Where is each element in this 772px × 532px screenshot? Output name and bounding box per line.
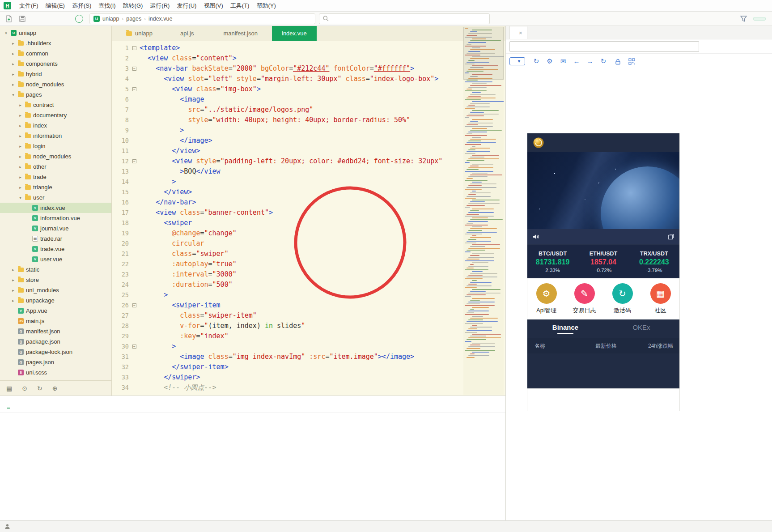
filter-icon[interactable] bbox=[740, 16, 747, 22]
editor-tab[interactable]: manifest.json bbox=[221, 26, 259, 41]
fold-marker[interactable]: − bbox=[132, 64, 140, 74]
tree-item[interactable]: ▸hybrid bbox=[0, 69, 111, 79]
hbuilderx-logo: H bbox=[4, 2, 11, 9]
tree-item[interactable]: ▸index bbox=[0, 120, 111, 131]
tree-item[interactable]: VApp.vue bbox=[0, 306, 111, 316]
fold-marker[interactable]: − bbox=[132, 300, 140, 311]
qrcode-icon[interactable] bbox=[628, 58, 635, 65]
breadcrumb-item[interactable]: uniapp bbox=[102, 16, 119, 22]
tree-item[interactable]: ▸static bbox=[0, 264, 111, 275]
tree-item[interactable]: Vtrade.vue bbox=[0, 244, 111, 254]
tree-item[interactable]: Vjournal.vue bbox=[0, 223, 111, 234]
tree-item[interactable]: ▸node_modules bbox=[0, 151, 111, 162]
banner-image[interactable] bbox=[527, 152, 679, 229]
menu-item[interactable]: 帮助(Y) bbox=[253, 0, 279, 11]
tree-item[interactable]: ▸unpackage bbox=[0, 295, 111, 306]
close-button[interactable] bbox=[757, 0, 772, 12]
fold-marker[interactable]: − bbox=[132, 156, 140, 166]
menu-item[interactable]: 发行(U) bbox=[173, 0, 200, 11]
tree-item[interactable]: {}package.json bbox=[0, 336, 111, 347]
editor-tab[interactable]: index.vue bbox=[272, 26, 317, 41]
save-icon[interactable] bbox=[19, 15, 26, 22]
exchange-tab[interactable]: Binance bbox=[527, 319, 603, 338]
tree-item[interactable]: ▸store bbox=[0, 275, 111, 285]
tree-item[interactable]: ▸trade bbox=[0, 172, 111, 182]
tree-item[interactable]: {}manifest.json bbox=[0, 326, 111, 336]
breadcrumb-item[interactable]: index.vue bbox=[148, 16, 173, 22]
send-icon[interactable]: ✉ bbox=[559, 57, 567, 65]
forward-icon[interactable]: → bbox=[586, 57, 594, 65]
tree-item[interactable]: ▸contract bbox=[0, 100, 111, 110]
maximize-button[interactable] bbox=[742, 0, 757, 12]
tree-item[interactable]: ▾user bbox=[0, 192, 111, 203]
menu-item[interactable]: 运行(R) bbox=[146, 0, 173, 11]
preview-button[interactable] bbox=[753, 17, 766, 21]
console-tab[interactable] bbox=[7, 400, 10, 409]
tree-item[interactable]: Vuser.vue bbox=[0, 254, 111, 264]
tab-close-icon[interactable]: × bbox=[519, 30, 522, 36]
tree-item[interactable]: ▾Uuniapp bbox=[0, 28, 111, 38]
menu-item[interactable]: 查找(I) bbox=[95, 0, 119, 11]
tree-item[interactable]: Suni.scss bbox=[0, 367, 111, 378]
tree-item[interactable]: ▸node_modules bbox=[0, 79, 111, 89]
ticker-item[interactable]: BTC/USDT81731.8192.33% bbox=[527, 245, 578, 278]
tree-item[interactable]: {}package-lock.json bbox=[0, 347, 111, 357]
menu-item[interactable]: 跳转(G) bbox=[119, 0, 147, 11]
exchange-tab[interactable]: OKEx bbox=[603, 319, 679, 338]
ticker-item[interactable]: ETH/USDT1857.04-0.72% bbox=[578, 245, 628, 278]
tree-item[interactable]: ▸components bbox=[0, 59, 111, 69]
code-editor[interactable]: 1−<template>2 <view class="content">3− <… bbox=[112, 42, 505, 396]
explorer-icon[interactable]: ▤ bbox=[6, 385, 12, 392]
tree-item[interactable]: {}pages.json bbox=[0, 357, 111, 367]
tree-item[interactable]: JSmain.js bbox=[0, 316, 111, 326]
tree-item[interactable]: ▸common bbox=[0, 48, 111, 59]
back-icon[interactable]: ← bbox=[573, 57, 581, 65]
ticker-item[interactable]: TRX/USDT0.222243-3.79% bbox=[629, 245, 679, 278]
browser-tab[interactable]: × bbox=[509, 26, 527, 39]
tree-item[interactable]: ▸information bbox=[0, 131, 111, 141]
tree-item[interactable]: ▸uni_modules bbox=[0, 285, 111, 295]
refresh-icon[interactable]: ↻ bbox=[599, 57, 607, 65]
tree-item[interactable]: ▸.hbuilderx bbox=[0, 38, 111, 48]
editor-tab[interactable]: api.js bbox=[178, 26, 195, 41]
minimap-viewport[interactable] bbox=[463, 27, 504, 80]
minimize-button[interactable] bbox=[726, 0, 742, 12]
tree-item[interactable]: Vindex.vue bbox=[0, 203, 111, 213]
menu-item[interactable]: 视图(V) bbox=[200, 0, 226, 11]
search-input[interactable] bbox=[319, 13, 490, 24]
menu-item[interactable]: 文件(F) bbox=[16, 0, 42, 11]
quick-link-item[interactable]: ▦社区 bbox=[641, 283, 679, 315]
menu-item[interactable]: 编辑(E) bbox=[42, 0, 68, 11]
notice-more-icon[interactable] bbox=[668, 234, 674, 240]
debug-icon[interactable]: ⊙ bbox=[22, 385, 27, 392]
breadcrumb-item[interactable]: pages bbox=[126, 16, 141, 22]
new-file-icon[interactable] bbox=[5, 15, 13, 22]
sync-icon[interactable]: ↻ bbox=[37, 385, 42, 392]
fold-marker[interactable]: − bbox=[132, 43, 140, 53]
notice-bar[interactable] bbox=[527, 229, 679, 244]
plugin-icon[interactable]: ⊕ bbox=[52, 385, 58, 392]
minimap[interactable] bbox=[463, 27, 504, 395]
fold-marker[interactable]: − bbox=[132, 341, 140, 352]
rotate-device-icon[interactable]: ↻ bbox=[532, 57, 540, 65]
editor-project-selector[interactable]: uniapp bbox=[126, 30, 153, 37]
run-icon[interactable] bbox=[75, 15, 83, 23]
url-input[interactable] bbox=[509, 41, 699, 52]
lock-icon[interactable] bbox=[615, 58, 621, 65]
settings-icon[interactable]: ⚙ bbox=[546, 57, 554, 65]
quick-link-item[interactable]: ⚙Api管理 bbox=[527, 283, 565, 315]
fold-marker[interactable]: − bbox=[132, 84, 140, 94]
tree-item[interactable]: Vinformation.vue bbox=[0, 213, 111, 223]
menu-item[interactable]: 选择(S) bbox=[68, 0, 95, 11]
tree-item[interactable]: ▤trade.rar bbox=[0, 234, 111, 244]
menu-item[interactable]: 工具(T) bbox=[227, 0, 253, 11]
file-tree[interactable]: ▾Uuniapp▸.hbuilderx▸common▸components▸hy… bbox=[0, 28, 111, 380]
tree-item[interactable]: ▸documentary bbox=[0, 110, 111, 120]
device-select[interactable]: ▼ bbox=[509, 57, 525, 65]
tree-item[interactable]: ▸login bbox=[0, 141, 111, 151]
quick-link-item[interactable]: ✎交易日志 bbox=[565, 283, 603, 315]
tree-item[interactable]: ▾pages bbox=[0, 89, 111, 100]
quick-link-item[interactable]: ↻激活码 bbox=[603, 283, 641, 315]
tree-item[interactable]: ▸other bbox=[0, 162, 111, 172]
tree-item[interactable]: ▸triangle bbox=[0, 182, 111, 192]
